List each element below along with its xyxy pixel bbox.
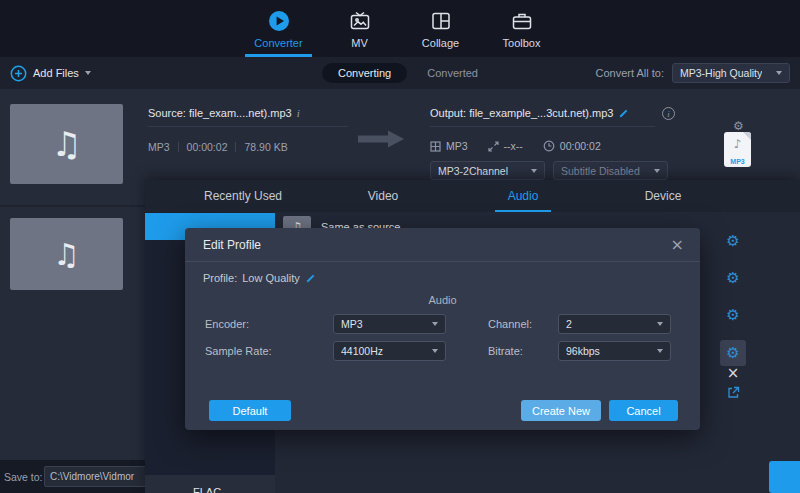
mv-tv-icon (348, 9, 372, 33)
add-files-label: Add Files (33, 67, 79, 79)
tab-collage-label: Collage (422, 37, 459, 49)
tab-toolbox[interactable]: Toolbox (481, 0, 562, 57)
edit-pencil-icon[interactable] (618, 108, 629, 119)
encoder-value: MP3 (341, 318, 363, 330)
profile-value: Low Quality (242, 272, 299, 284)
section-title: Audio (185, 294, 700, 306)
collage-grid-icon (429, 9, 453, 33)
close-panel-icon[interactable]: × (718, 364, 748, 382)
sample-rate-select[interactable]: 44100Hz (333, 341, 446, 361)
source-filename: Source: file_exam....net).mp3 (148, 107, 292, 119)
add-files-button[interactable]: Add Files (10, 57, 91, 89)
channel-select-value: MP3-2Channel (438, 165, 508, 177)
output-resolution: --x-- (504, 140, 523, 152)
modal-header: Edit Profile × (185, 228, 700, 262)
tab-converter[interactable]: Converter (238, 0, 319, 57)
play-circle-icon (267, 9, 291, 33)
tab-converter-label: Converter (254, 37, 302, 49)
profile-settings-gear-icon[interactable]: ⚙ (718, 344, 748, 362)
export-share-icon[interactable] (727, 386, 740, 399)
save-path-value: C:\Vidmore\Vidmor (50, 471, 134, 482)
divider (148, 126, 348, 127)
format-item-flac[interactable]: FLAC (145, 475, 275, 493)
mp3-file-icon: ♪ MP3 (724, 132, 751, 167)
divider (430, 126, 655, 127)
caret-down-icon (657, 349, 663, 353)
tab-toolbox-label: Toolbox (503, 37, 541, 49)
output-filename: Output: file_example_...3cut.net).mp3 (430, 107, 613, 119)
channel-select-modal[interactable]: 2 (558, 314, 671, 334)
panel-tab-audio[interactable]: Audio (453, 180, 593, 212)
convert-all-button[interactable] (769, 461, 800, 493)
file-thumbnail-2: ♫ (10, 218, 123, 290)
caret-down-icon (432, 322, 438, 326)
source-block: Source: file_exam....net).mp3 i (148, 107, 348, 127)
output-format: MP3 (446, 140, 468, 152)
output-block: Output: file_example_...3cut.net).mp3 (430, 107, 655, 127)
channel-select[interactable]: MP3-2Channel (430, 161, 545, 180)
profile-settings-gear-icon[interactable]: ⚙ (718, 269, 748, 287)
edit-pencil-icon[interactable] (305, 273, 316, 284)
save-to-label: Save to: (4, 460, 43, 493)
convert-all-label: Convert All to: (596, 67, 664, 79)
panel-tab-recently-used[interactable]: Recently Used (173, 180, 313, 212)
profile-settings-gear-icon[interactable]: ⚙ (718, 306, 748, 324)
source-size: 78.90 KB (244, 141, 287, 153)
source-format: MP3 (148, 141, 170, 153)
toolbar: Add Files Converting Converted Convert A… (0, 57, 800, 89)
profile-settings-gear-icon[interactable]: ⚙ (718, 232, 748, 250)
bitrate-label: Bitrate: (488, 345, 523, 357)
bitrate-value: 96kbps (566, 345, 600, 357)
output-info-icon[interactable]: i (662, 107, 675, 120)
divider (235, 142, 236, 152)
default-button[interactable]: Default (209, 400, 291, 421)
output-duration: 00:00:02 (560, 140, 601, 152)
sample-rate-label: Sample Rate: (205, 345, 272, 357)
tab-mv[interactable]: MV (319, 0, 400, 57)
panel-tab-video[interactable]: Video (313, 180, 453, 212)
encoder-label: Encoder: (205, 318, 249, 330)
caret-down-icon (85, 71, 91, 75)
bitrate-select[interactable]: 96kbps (558, 341, 671, 361)
caret-down-icon (432, 349, 438, 353)
cancel-button[interactable]: Cancel (609, 400, 678, 421)
toolbox-icon (510, 9, 534, 33)
caret-down-icon (776, 71, 782, 75)
nav-tabs: Converter MV Collage (238, 0, 562, 57)
output-spec-row: MP3 --x-- 00:00:02 (430, 140, 601, 152)
caret-down-icon (657, 322, 663, 326)
sample-rate-value: 44100Hz (341, 345, 383, 357)
create-new-button[interactable]: Create New (521, 400, 601, 421)
caret-down-icon (531, 169, 537, 173)
file-thumbnail: ♫ (10, 104, 123, 184)
convert-all-select[interactable]: MP3-High Quality (672, 63, 790, 83)
format-grid-icon (430, 141, 441, 152)
queue-tabs: Converting Converted (322, 57, 478, 89)
tab-converting[interactable]: Converting (322, 63, 407, 83)
channel-value: 2 (566, 318, 572, 330)
duration-clock-icon (543, 140, 555, 152)
profile-name-row: Profile: Low Quality (203, 272, 316, 284)
source-duration: 00:00:02 (187, 141, 228, 153)
source-meta: MP3 00:00:02 78.90 KB (148, 141, 288, 153)
mp3-file-icon-label: MP3 (724, 158, 751, 165)
profile-actions-column: ⚙ ⚙ ⚙ ⚙ × (718, 180, 748, 493)
info-icon[interactable]: i (297, 107, 300, 119)
modal-close-icon[interactable]: × (671, 237, 684, 253)
channel-label: Channel: (488, 318, 532, 330)
convert-all-to: Convert All to: MP3-High Quality (596, 57, 790, 89)
convert-arrow-icon (356, 129, 406, 149)
convert-all-value: MP3-High Quality (680, 67, 762, 79)
encoder-select[interactable]: MP3 (333, 314, 446, 334)
modal-title: Edit Profile (203, 238, 261, 252)
resolution-icon (488, 141, 499, 152)
panel-tab-device[interactable]: Device (593, 180, 733, 212)
file-settings-gear-icon[interactable]: ⚙ (733, 119, 744, 133)
caret-down-icon (654, 169, 660, 173)
tab-collage[interactable]: Collage (400, 0, 481, 57)
app-window: Converter MV Collage (0, 0, 800, 493)
subtitle-select[interactable]: Subtitle Disabled (553, 161, 668, 180)
top-navigation: Converter MV Collage (0, 0, 800, 57)
tab-converted[interactable]: Converted (427, 67, 478, 79)
music-note-icon: ♪ (724, 137, 751, 151)
